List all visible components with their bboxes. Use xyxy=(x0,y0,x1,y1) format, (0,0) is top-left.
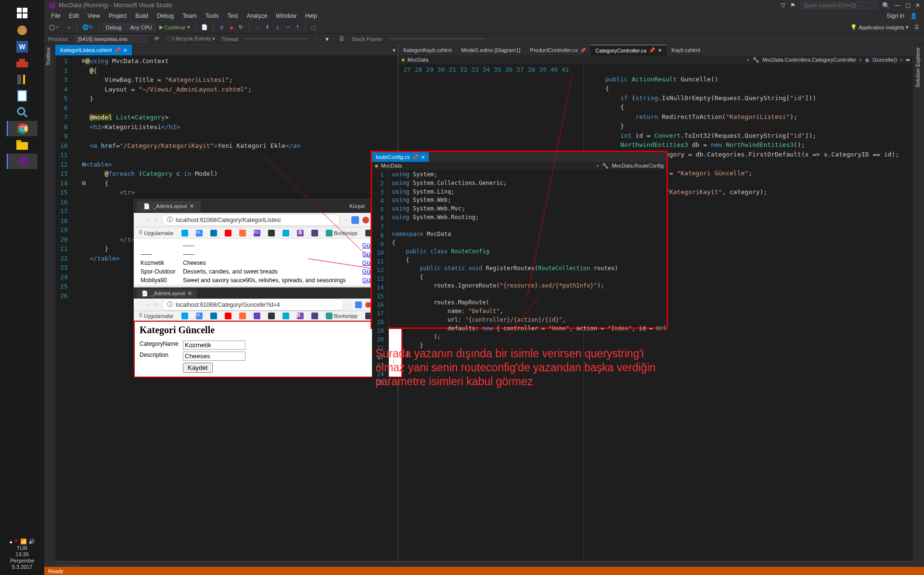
menu-tools[interactable]: Tools xyxy=(202,12,223,20)
step-icon-2[interactable]: ⬇ xyxy=(263,23,271,31)
info-icon[interactable]: ⓘ xyxy=(167,216,173,224)
config-dropdown[interactable]: Debug xyxy=(103,24,125,31)
stop-icon[interactable]: ■ xyxy=(228,24,235,31)
taskbar-paint[interactable] xyxy=(7,23,38,38)
bc-namespace[interactable]: MvcData.RouteConfig xyxy=(612,163,664,169)
tab-model1[interactable]: Model1.edmx [Diagram1] xyxy=(456,45,525,55)
bm-8[interactable] xyxy=(281,229,291,237)
tab-close-icon[interactable]: ✕ xyxy=(188,290,192,297)
menu-test[interactable]: Test xyxy=(224,12,242,20)
tab-pin-icon[interactable]: 📌 xyxy=(114,47,121,53)
menu-window[interactable]: Window xyxy=(272,12,300,20)
search-icon[interactable]: 🔍 xyxy=(882,2,890,9)
filter-icon[interactable]: ▽ xyxy=(781,2,785,9)
taskbar-magnify[interactable] xyxy=(7,105,38,120)
tab-close-icon[interactable]: ✕ xyxy=(123,48,127,53)
info-icon[interactable]: ⓘ xyxy=(167,301,173,309)
tab-product[interactable]: ProductController.cs📌 xyxy=(525,45,590,55)
tab-close-icon[interactable]: ✕ xyxy=(421,155,425,160)
menu-help[interactable]: Help xyxy=(301,12,321,20)
nav-fwd-icon[interactable]: → xyxy=(145,301,151,308)
pause-icon[interactable]: ⏸ xyxy=(217,24,226,31)
taskbar-time[interactable]: 13:35 xyxy=(10,551,35,557)
bm-8[interactable] xyxy=(281,312,291,320)
nav-fwd-icon[interactable]: → xyxy=(64,24,73,31)
bc-project[interactable]: MvcData xyxy=(408,57,428,63)
tabs-dropdown-icon[interactable]: ▾ xyxy=(391,45,398,55)
nav-fwd-icon[interactable]: → xyxy=(145,217,151,223)
tab-routeconfig[interactable]: touteConfig.cs 📌 ✕ xyxy=(372,152,429,162)
ext-icon-2[interactable] xyxy=(362,216,370,224)
tab-close-icon[interactable]: ✕ xyxy=(658,48,662,53)
continue-button[interactable]: ▶ Continue ▾ xyxy=(157,23,192,31)
url-bar[interactable]: ⓘ localhost:61068/Category/Guncelle?id=4 xyxy=(162,299,344,311)
menu-edit[interactable]: Edit xyxy=(65,12,83,20)
quick-launch[interactable] xyxy=(800,1,877,9)
platform-dropdown[interactable]: Any CPU xyxy=(127,24,155,31)
stack-icon-2[interactable]: ☰ xyxy=(337,35,346,43)
minimize-button[interactable]: — xyxy=(895,2,900,9)
bm-2[interactable]: SI.. xyxy=(194,229,205,237)
bm-7[interactable] xyxy=(266,312,277,320)
bc-method[interactable]: Guncelle() xyxy=(873,57,897,63)
bm-4[interactable] xyxy=(223,229,233,237)
tab-kategorikayit[interactable]: KategoriKayit.cshtml xyxy=(398,45,456,55)
browser-tab[interactable]: 📄 _AdminLayout ✕ xyxy=(137,289,197,298)
stackframe-dropdown[interactable] xyxy=(389,38,486,40)
restart-icon[interactable]: ↻ xyxy=(237,23,245,31)
ext-icon-1[interactable] xyxy=(355,301,362,308)
categoryname-input[interactable] xyxy=(183,340,245,350)
bm-9[interactable]: B xyxy=(295,312,306,320)
taskbar-lang[interactable]: TUR xyxy=(10,545,35,551)
bm-3[interactable] xyxy=(208,312,219,320)
menu-file[interactable]: File xyxy=(47,12,64,20)
menu-analyze[interactable]: Analyze xyxy=(243,12,271,20)
step-icon-1[interactable]: → xyxy=(252,24,261,31)
signin-avatar-icon[interactable]: 👤 xyxy=(910,13,921,19)
nav-back-icon[interactable]: ← xyxy=(137,301,142,308)
tab-category[interactable]: CategoryController.cs 📌 ✕ xyxy=(590,45,667,55)
taskbar-vs[interactable] xyxy=(7,154,38,169)
menu-project[interactable]: Project xyxy=(105,12,130,20)
step-out-icon[interactable]: ↑̣ xyxy=(294,23,302,31)
menu-team[interactable]: Team xyxy=(179,12,200,20)
tab-kategorilistesi[interactable]: KategoriListesi.cshtml 📌 ✕ xyxy=(55,45,132,55)
thread-dropdown[interactable] xyxy=(245,38,308,40)
refresh-icon[interactable]: 🌐↻ xyxy=(80,23,95,31)
taskbar-explorer[interactable] xyxy=(7,137,38,153)
lifecycle-label[interactable]: ⬚ Lifecycle Events ▾ xyxy=(167,36,216,42)
step-into-icon[interactable]: ↓̣ xyxy=(273,23,282,31)
tb-doc-icon[interactable]: ⬚ xyxy=(309,23,318,31)
description-input[interactable] xyxy=(183,352,245,361)
bm-3[interactable] xyxy=(208,229,219,237)
tray-up-icon[interactable]: ▴ xyxy=(10,538,13,545)
ext-icon-1[interactable] xyxy=(351,216,359,224)
close-button[interactable]: ✕ xyxy=(915,2,920,9)
app-insights[interactable]: 💡 Application Insights ▾ xyxy=(848,23,911,31)
bm-6[interactable] xyxy=(252,312,262,320)
star-icon[interactable]: ☆ xyxy=(347,301,352,308)
bm-bootsnipp[interactable]: Bootsnipp xyxy=(324,312,359,320)
tab-kayit[interactable]: Kayit.cshtml xyxy=(667,45,705,55)
start-button[interactable] xyxy=(7,4,38,22)
bm-apps[interactable]: ⠿ Uygulamalar xyxy=(137,229,176,237)
browser-tab[interactable]: 📄 _AdminLayout ✕ xyxy=(137,201,201,212)
bc-namespace[interactable]: MvcData.Controllers.CategoryController xyxy=(762,57,856,63)
tray-flag-icon[interactable]: ⚑ xyxy=(14,538,19,545)
taskbar-notepad[interactable] xyxy=(7,88,38,104)
url-bar[interactable]: ⓘ localhost:61068/Category/KategoriListe… xyxy=(162,214,340,226)
stack-icon-1[interactable]: ▼ xyxy=(322,35,332,43)
lifecycle-icon[interactable]: ⟳ xyxy=(153,35,161,43)
reload-icon[interactable]: ↻ xyxy=(154,301,159,308)
taskbar-tools[interactable] xyxy=(7,72,38,87)
pin-icon[interactable]: 📌 xyxy=(649,47,655,53)
bm-2[interactable]: SI.. xyxy=(194,312,205,320)
nav-back-icon[interactable]: ◯← xyxy=(47,23,62,31)
bm-6[interactable]: f/G xyxy=(252,229,262,237)
toolbox-tab[interactable]: Toolbox xyxy=(44,44,52,68)
browser-titlebar[interactable]: 📄 _AdminLayout ✕ xyxy=(134,288,402,299)
step-over-icon[interactable]: ⤻ xyxy=(283,23,292,31)
star-icon[interactable]: ☆ xyxy=(343,217,348,223)
pin-icon[interactable]: 📌 xyxy=(412,154,419,160)
bm-1[interactable] xyxy=(180,229,190,237)
